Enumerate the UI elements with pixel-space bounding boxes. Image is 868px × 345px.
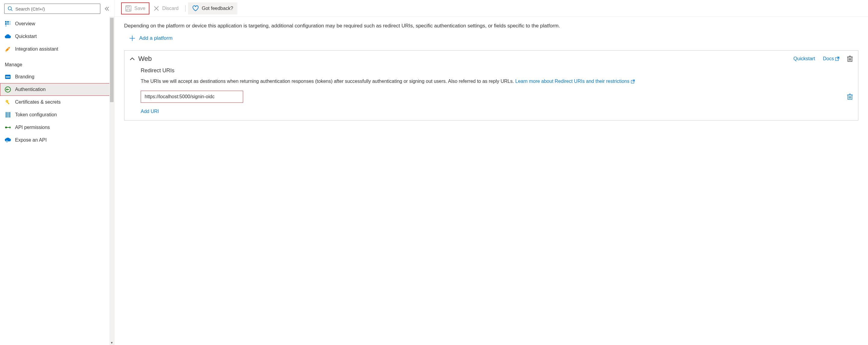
redirect-uri-input-wrap[interactable] xyxy=(141,91,243,103)
sidebar-item-authentication[interactable]: Authentication xyxy=(0,83,114,96)
delete-platform-button[interactable] xyxy=(847,56,852,62)
feedback-label: Got feedback? xyxy=(202,6,233,11)
sidebar-item-label: API permissions xyxy=(15,125,50,130)
key-circle-icon xyxy=(5,87,11,93)
token-icon xyxy=(5,112,11,118)
sidebar-item-label: Branding xyxy=(15,74,34,80)
svg-point-24 xyxy=(7,141,7,142)
svg-point-15 xyxy=(7,101,7,102)
external-link-icon xyxy=(631,80,635,84)
sidebar-item-label: Expose an API xyxy=(15,137,47,143)
card-header: Web Quickstart Docs xyxy=(130,55,852,63)
main-content: Save Discard Got feedback? Depending on … xyxy=(115,0,868,345)
cloud-gear-icon xyxy=(5,137,11,143)
sidebar-item-quickstart[interactable]: Quickstart xyxy=(0,30,114,43)
scrollbar[interactable]: ▲ ▼ xyxy=(110,17,114,345)
redirect-uris-description: The URIs we will accept as destinations … xyxy=(141,77,852,85)
svg-rect-16 xyxy=(7,102,9,104)
sidebar-section-manage: Manage xyxy=(0,56,114,70)
redirect-uri-row xyxy=(141,91,852,103)
svg-point-0 xyxy=(8,7,11,10)
redirect-uri-input[interactable] xyxy=(145,94,239,99)
sidebar-item-label: Certificates & secrets xyxy=(15,99,61,105)
rocket-icon xyxy=(5,46,11,52)
sidebar-item-certificates-secrets[interactable]: Certificates & secrets xyxy=(0,96,114,108)
svg-rect-7 xyxy=(9,23,10,25)
card-links: Quickstart Docs xyxy=(794,56,852,62)
delete-uri-button[interactable] xyxy=(847,94,852,100)
svg-rect-18 xyxy=(7,112,8,118)
chevron-up-icon[interactable] xyxy=(130,57,135,60)
learn-more-link[interactable]: Learn more about Redirect URIs and their… xyxy=(515,79,634,84)
sidebar-item-api-permissions[interactable]: API permissions xyxy=(0,121,114,134)
scrollbar-thumb[interactable] xyxy=(110,18,114,102)
discard-button[interactable]: Discard xyxy=(149,2,183,14)
feedback-button[interactable]: Got feedback? xyxy=(188,2,238,14)
toolbar: Save Discard Got feedback? xyxy=(115,0,868,17)
svg-rect-5 xyxy=(7,23,9,25)
sidebar-item-label: Overview xyxy=(15,21,35,27)
svg-rect-4 xyxy=(5,23,7,25)
docs-link[interactable]: Docs xyxy=(823,56,839,61)
card-body: Redirect URIs The URIs we will accept as… xyxy=(130,67,852,114)
add-platform-label: Add a platform xyxy=(139,35,173,41)
platform-title: Web xyxy=(138,55,790,63)
heart-icon xyxy=(192,5,199,11)
svg-rect-26 xyxy=(127,9,130,11)
sidebar-item-label: Authentication xyxy=(15,87,45,92)
sidebar-item-expose-api[interactable]: Expose an API xyxy=(0,134,114,147)
save-button[interactable]: Save xyxy=(121,2,149,14)
platform-description: Depending on the platform or device this… xyxy=(124,22,858,30)
sidebar-item-overview[interactable]: Overview xyxy=(0,18,114,30)
svg-rect-6 xyxy=(9,21,10,23)
content-area: Depending on the platform or device this… xyxy=(115,17,868,345)
platform-card-web: Web Quickstart Docs Redirect URIs The UR… xyxy=(124,50,858,121)
svg-rect-25 xyxy=(126,6,131,11)
sidebar-item-integration-assistant[interactable]: Integration assistant xyxy=(0,43,114,56)
scrollbar-down-arrow[interactable]: ▼ xyxy=(110,340,114,345)
sidebar-item-label: Quickstart xyxy=(15,34,37,39)
search-box[interactable] xyxy=(4,4,100,14)
svg-rect-19 xyxy=(9,112,10,118)
save-label: Save xyxy=(134,6,145,11)
plus-icon xyxy=(129,36,135,41)
svg-rect-27 xyxy=(127,6,129,7)
cloud-icon xyxy=(5,33,11,39)
svg-rect-11 xyxy=(6,76,10,77)
svg-rect-17 xyxy=(6,112,7,118)
sidebar-item-token-configuration[interactable]: Token configuration xyxy=(0,108,114,121)
search-input[interactable] xyxy=(16,6,97,11)
external-link-icon xyxy=(835,57,839,61)
close-icon xyxy=(154,6,159,11)
svg-rect-8 xyxy=(5,25,7,27)
sidebar-nav: Overview Quickstart Integration assistan… xyxy=(0,18,114,345)
api-permissions-icon xyxy=(5,124,11,130)
sidebar-item-branding[interactable]: Branding xyxy=(0,70,114,83)
svg-rect-3 xyxy=(7,21,9,23)
redirect-uris-title: Redirect URIs xyxy=(141,67,852,74)
search-icon xyxy=(7,6,13,11)
sidebar: Overview Quickstart Integration assistan… xyxy=(0,0,115,345)
discard-label: Discard xyxy=(162,6,178,11)
svg-line-1 xyxy=(11,10,12,11)
search-row xyxy=(0,0,114,18)
toolbar-divider xyxy=(185,5,186,12)
svg-rect-2 xyxy=(5,21,7,23)
key-icon xyxy=(5,99,11,105)
svg-point-9 xyxy=(8,48,9,49)
save-icon xyxy=(125,5,131,11)
svg-marker-13 xyxy=(6,88,7,91)
collapse-sidebar-button[interactable] xyxy=(104,6,110,12)
grid-icon xyxy=(5,21,11,27)
svg-marker-22 xyxy=(10,126,11,129)
brand-icon xyxy=(5,74,11,80)
sidebar-item-label: Token configuration xyxy=(15,112,57,118)
sidebar-item-label: Integration assistant xyxy=(15,46,58,52)
add-platform-button[interactable]: Add a platform xyxy=(129,35,173,41)
add-uri-button[interactable]: Add URI xyxy=(141,109,852,114)
quickstart-link[interactable]: Quickstart xyxy=(794,56,815,61)
